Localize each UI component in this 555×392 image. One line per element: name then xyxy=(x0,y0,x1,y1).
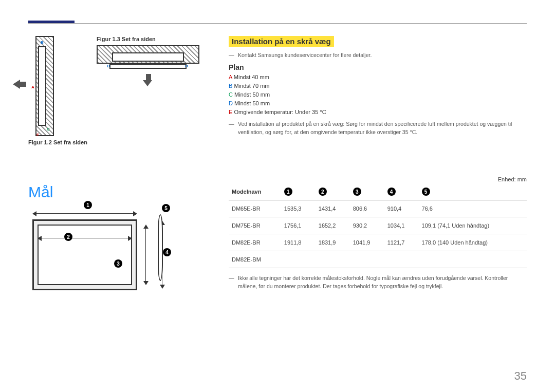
col-5: 5 xyxy=(419,183,527,200)
plan-heading: Plan xyxy=(229,63,527,71)
header-tab xyxy=(28,21,75,23)
install-heading: Installation på en skrå væg xyxy=(229,36,334,47)
label-A: A xyxy=(31,85,34,89)
figure-1-3-caption: Figur 1.3 Set fra siden xyxy=(97,36,208,42)
install-note-contact: Kontakt Samsungs kundeservicecenter for … xyxy=(229,52,527,58)
col-model: Modelnavn xyxy=(229,183,281,200)
col-2: 2 xyxy=(316,183,350,200)
spec-E: E Omgivende temperatur: Under 35 °C xyxy=(229,109,527,115)
figure-1-3-top: D D xyxy=(97,45,199,89)
unit-label: Enhed: mm xyxy=(498,176,527,182)
install-column: Installation på en skrå væg Kontakt Sams… xyxy=(229,36,527,158)
mal-drawing: 1 2 3 4 5 xyxy=(28,208,208,298)
arrow-left-icon xyxy=(13,80,20,89)
col-1: 1 xyxy=(281,183,316,200)
arrow-down-icon xyxy=(145,74,152,86)
table-row: DM75E-BR1756,11652,2930,21034,1109,1 (74… xyxy=(229,217,527,234)
dimensions-table: Modelnavn 1 2 3 4 5 DM65E-BR1535,31431,4… xyxy=(229,183,527,268)
spec-D: D Mindst 50 mm xyxy=(229,100,527,106)
table-row: DM65E-BR1535,31431,4806,6910,476,6 xyxy=(229,200,527,217)
spec-B: B Mindst 70 mm xyxy=(229,83,527,89)
dim-tag-1: 1 xyxy=(84,201,92,209)
table-row: DM82E-BR1911,81831,91041,91121,7178,0 (1… xyxy=(229,234,527,251)
col-4: 4 xyxy=(384,183,419,200)
figure-1-2-side: B A C E Figur 1.2 Set fra siden xyxy=(28,36,87,148)
label-D-right: D xyxy=(185,64,188,68)
spec-C: C Mindst 50 mm xyxy=(229,91,527,98)
dim-tag-3: 3 xyxy=(114,259,122,268)
label-C: C xyxy=(47,127,50,132)
install-note-vent: Ved installation af produktet på en skrå… xyxy=(229,120,527,137)
mal-title: Mål xyxy=(28,183,208,201)
figures-column: B A C E Figur 1.2 Set fra siden Figur 1.… xyxy=(28,36,208,158)
label-E: E xyxy=(36,133,39,137)
dim-tag-5: 5 xyxy=(162,204,170,212)
header-divider xyxy=(28,23,527,24)
dim-tag-2: 2 xyxy=(64,233,72,241)
mal-note: Ikke alle tegninger har det korrekte mål… xyxy=(229,274,527,291)
page-number: 35 xyxy=(514,369,527,383)
label-B: B xyxy=(41,40,44,45)
col-3: 3 xyxy=(350,183,384,200)
figure-1-2-caption: Figur 1.2 Set fra siden xyxy=(28,139,87,145)
spec-A: A Mindst 40 mm xyxy=(229,74,527,80)
table-row: DM82E-BM xyxy=(229,251,527,268)
label-D-left: D xyxy=(107,64,110,68)
